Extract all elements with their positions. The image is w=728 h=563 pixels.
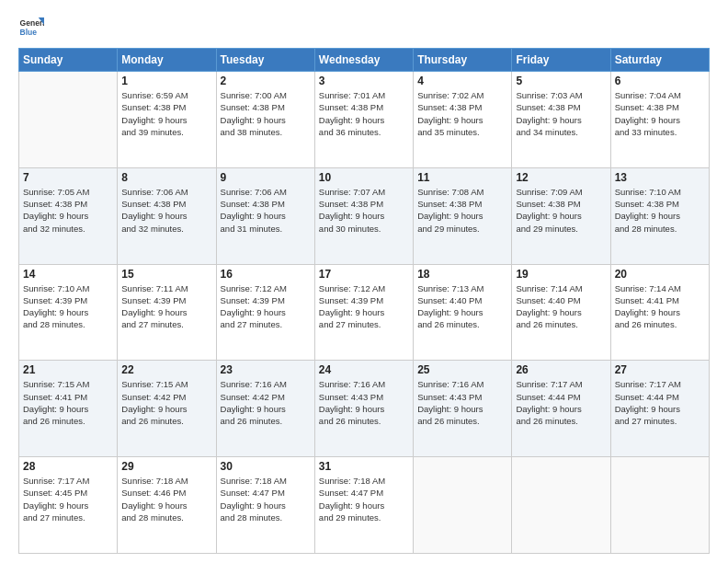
day-info: Sunrise: 7:11 AMSunset: 4:39 PMDaylight:… xyxy=(121,282,211,331)
calendar-cell: 22Sunrise: 7:15 AMSunset: 4:42 PMDayligh… xyxy=(118,361,216,457)
day-of-week-header: Thursday xyxy=(414,49,512,72)
day-info: Sunrise: 7:13 AMSunset: 4:40 PMDaylight:… xyxy=(417,282,507,331)
day-info: Sunrise: 7:17 AMSunset: 4:44 PMDaylight:… xyxy=(516,378,606,427)
day-number: 13 xyxy=(615,171,705,184)
day-info: Sunrise: 7:09 AMSunset: 4:38 PMDaylight:… xyxy=(516,186,606,235)
calendar-cell: 26Sunrise: 7:17 AMSunset: 4:44 PMDayligh… xyxy=(512,361,610,457)
day-of-week-header: Saturday xyxy=(610,49,709,72)
calendar-cell: 27Sunrise: 7:17 AMSunset: 4:44 PMDayligh… xyxy=(610,361,709,457)
day-number: 14 xyxy=(23,268,113,281)
day-number: 2 xyxy=(221,75,311,87)
day-info: Sunrise: 7:10 AMSunset: 4:39 PMDaylight:… xyxy=(23,282,113,331)
day-info: Sunrise: 7:06 AMSunset: 4:38 PMDaylight:… xyxy=(121,186,211,235)
calendar-cell: 3Sunrise: 7:01 AMSunset: 4:38 PMDaylight… xyxy=(314,72,413,168)
calendar-cell: 30Sunrise: 7:18 AMSunset: 4:47 PMDayligh… xyxy=(216,457,314,554)
day-info: Sunrise: 7:18 AMSunset: 4:47 PMDaylight:… xyxy=(221,475,311,523)
calendar-cell: 19Sunrise: 7:14 AMSunset: 4:40 PMDayligh… xyxy=(512,264,610,361)
calendar-cell: 17Sunrise: 7:12 AMSunset: 4:39 PMDayligh… xyxy=(314,264,413,361)
day-info: Sunrise: 7:16 AMSunset: 4:42 PMDaylight:… xyxy=(221,378,311,427)
calendar-cell: 13Sunrise: 7:10 AMSunset: 4:38 PMDayligh… xyxy=(610,167,709,264)
calendar-cell: 24Sunrise: 7:16 AMSunset: 4:43 PMDayligh… xyxy=(314,361,413,457)
logo: General Blue xyxy=(18,15,46,40)
day-of-week-header: Friday xyxy=(512,49,610,72)
day-info: Sunrise: 7:04 AMSunset: 4:38 PMDaylight:… xyxy=(615,89,705,138)
day-of-week-header: Sunday xyxy=(19,49,118,72)
day-info: Sunrise: 7:03 AMSunset: 4:38 PMDaylight:… xyxy=(516,89,606,138)
logo-icon: General Blue xyxy=(18,15,44,40)
day-info: Sunrise: 7:15 AMSunset: 4:41 PMDaylight:… xyxy=(23,378,113,427)
day-info: Sunrise: 7:08 AMSunset: 4:38 PMDaylight:… xyxy=(417,186,507,235)
calendar-cell: 21Sunrise: 7:15 AMSunset: 4:41 PMDayligh… xyxy=(19,361,118,457)
day-info: Sunrise: 7:00 AMSunset: 4:38 PMDaylight:… xyxy=(221,89,311,138)
day-info: Sunrise: 7:06 AMSunset: 4:38 PMDaylight:… xyxy=(221,186,311,235)
day-info: Sunrise: 7:18 AMSunset: 4:47 PMDaylight:… xyxy=(319,475,409,523)
calendar-cell: 12Sunrise: 7:09 AMSunset: 4:38 PMDayligh… xyxy=(512,167,610,264)
day-number: 7 xyxy=(23,171,113,184)
day-of-week-header: Wednesday xyxy=(314,49,413,72)
day-number: 28 xyxy=(23,460,113,473)
day-number: 16 xyxy=(221,268,311,281)
calendar-cell: 14Sunrise: 7:10 AMSunset: 4:39 PMDayligh… xyxy=(19,264,118,361)
day-info: Sunrise: 7:12 AMSunset: 4:39 PMDaylight:… xyxy=(319,282,409,331)
calendar-table: SundayMondayTuesdayWednesdayThursdayFrid… xyxy=(18,48,710,554)
day-info: Sunrise: 7:15 AMSunset: 4:42 PMDaylight:… xyxy=(121,378,211,427)
day-info: Sunrise: 7:07 AMSunset: 4:38 PMDaylight:… xyxy=(319,186,409,235)
calendar-cell: 1Sunrise: 6:59 AMSunset: 4:38 PMDaylight… xyxy=(118,72,216,168)
day-number: 12 xyxy=(516,171,606,184)
day-info: Sunrise: 7:17 AMSunset: 4:45 PMDaylight:… xyxy=(23,475,113,523)
day-number: 10 xyxy=(319,171,409,184)
day-number: 21 xyxy=(23,363,113,376)
calendar-cell xyxy=(512,457,610,554)
calendar-cell: 25Sunrise: 7:16 AMSunset: 4:43 PMDayligh… xyxy=(414,361,512,457)
day-number: 3 xyxy=(319,75,409,87)
day-info: Sunrise: 7:16 AMSunset: 4:43 PMDaylight:… xyxy=(417,378,507,427)
day-number: 26 xyxy=(516,363,606,376)
day-number: 25 xyxy=(417,363,507,376)
calendar-cell: 8Sunrise: 7:06 AMSunset: 4:38 PMDaylight… xyxy=(118,167,216,264)
calendar-cell: 28Sunrise: 7:17 AMSunset: 4:45 PMDayligh… xyxy=(19,457,118,554)
calendar-cell xyxy=(19,72,118,168)
calendar-cell: 31Sunrise: 7:18 AMSunset: 4:47 PMDayligh… xyxy=(314,457,413,554)
day-info: Sunrise: 7:14 AMSunset: 4:41 PMDaylight:… xyxy=(615,282,705,331)
day-number: 9 xyxy=(221,171,311,184)
day-info: Sunrise: 7:10 AMSunset: 4:38 PMDaylight:… xyxy=(615,186,705,235)
calendar-cell xyxy=(610,457,709,554)
day-number: 20 xyxy=(615,268,705,281)
calendar-cell: 6Sunrise: 7:04 AMSunset: 4:38 PMDaylight… xyxy=(610,72,709,168)
svg-text:General: General xyxy=(20,18,44,28)
day-number: 31 xyxy=(319,460,409,473)
day-info: Sunrise: 7:18 AMSunset: 4:46 PMDaylight:… xyxy=(121,475,211,523)
day-number: 22 xyxy=(121,363,211,376)
header: General Blue xyxy=(18,15,710,40)
day-info: Sunrise: 7:01 AMSunset: 4:38 PMDaylight:… xyxy=(319,89,409,138)
calendar-cell xyxy=(414,457,512,554)
calendar-cell: 18Sunrise: 7:13 AMSunset: 4:40 PMDayligh… xyxy=(414,264,512,361)
calendar-cell: 15Sunrise: 7:11 AMSunset: 4:39 PMDayligh… xyxy=(118,264,216,361)
calendar-cell: 9Sunrise: 7:06 AMSunset: 4:38 PMDaylight… xyxy=(216,167,314,264)
calendar-cell: 11Sunrise: 7:08 AMSunset: 4:38 PMDayligh… xyxy=(414,167,512,264)
calendar-cell: 5Sunrise: 7:03 AMSunset: 4:38 PMDaylight… xyxy=(512,72,610,168)
day-number: 18 xyxy=(417,268,507,281)
day-info: Sunrise: 6:59 AMSunset: 4:38 PMDaylight:… xyxy=(121,89,211,138)
day-number: 23 xyxy=(221,363,311,376)
day-number: 6 xyxy=(615,75,705,87)
day-number: 11 xyxy=(417,171,507,184)
calendar-cell: 23Sunrise: 7:16 AMSunset: 4:42 PMDayligh… xyxy=(216,361,314,457)
day-info: Sunrise: 7:14 AMSunset: 4:40 PMDaylight:… xyxy=(516,282,606,331)
day-number: 27 xyxy=(615,363,705,376)
calendar-cell: 16Sunrise: 7:12 AMSunset: 4:39 PMDayligh… xyxy=(216,264,314,361)
day-info: Sunrise: 7:02 AMSunset: 4:38 PMDaylight:… xyxy=(417,89,507,138)
day-number: 5 xyxy=(516,75,606,87)
day-number: 4 xyxy=(417,75,507,87)
day-info: Sunrise: 7:17 AMSunset: 4:44 PMDaylight:… xyxy=(615,378,705,427)
calendar-cell: 29Sunrise: 7:18 AMSunset: 4:46 PMDayligh… xyxy=(118,457,216,554)
calendar-cell: 7Sunrise: 7:05 AMSunset: 4:38 PMDaylight… xyxy=(19,167,118,264)
day-number: 30 xyxy=(221,460,311,473)
day-info: Sunrise: 7:05 AMSunset: 4:38 PMDaylight:… xyxy=(23,186,113,235)
day-number: 24 xyxy=(319,363,409,376)
calendar-cell: 20Sunrise: 7:14 AMSunset: 4:41 PMDayligh… xyxy=(610,264,709,361)
calendar-cell: 4Sunrise: 7:02 AMSunset: 4:38 PMDaylight… xyxy=(414,72,512,168)
day-number: 8 xyxy=(121,171,211,184)
calendar-cell: 2Sunrise: 7:00 AMSunset: 4:38 PMDaylight… xyxy=(216,72,314,168)
svg-text:Blue: Blue xyxy=(20,28,38,37)
